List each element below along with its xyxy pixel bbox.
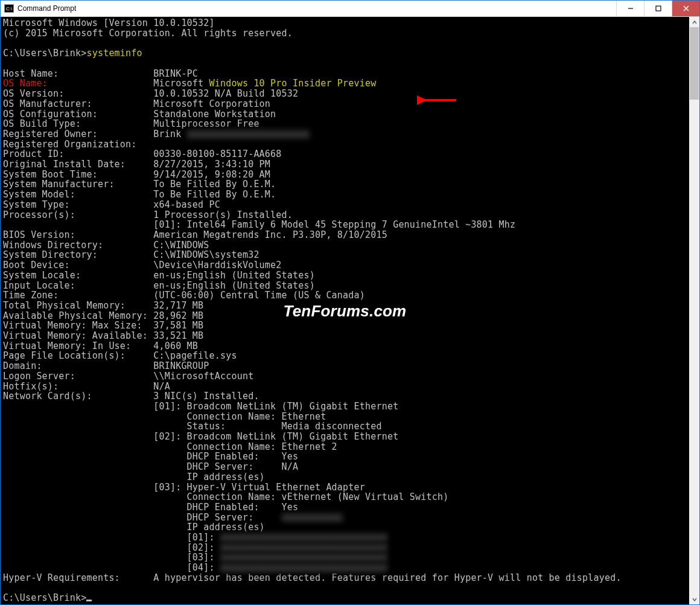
close-button[interactable] [672,1,699,16]
maximize-button[interactable] [644,1,672,16]
window-title: Command Prompt [18,4,76,13]
title-left: C:\ Command Prompt [1,4,76,13]
minimize-button[interactable] [616,1,644,16]
window-controls [616,1,699,16]
scrollbar[interactable] [689,17,699,604]
highlight-arrow-icon [417,94,459,106]
watermark: TenForums.com [284,306,407,316]
cmd-icon: C:\ [4,4,14,13]
title-bar[interactable]: C:\ Command Prompt [1,1,699,17]
svg-rect-1 [656,6,661,11]
scroll-down-button[interactable] [689,594,699,604]
scroll-track[interactable] [689,27,699,594]
command-prompt-window: C:\ Command Prompt Microsoft Windows [Ve… [0,0,700,605]
client-area: Microsoft Windows [Version 10.0.10532] (… [1,17,699,604]
scroll-up-button[interactable] [689,17,699,27]
scroll-thumb[interactable] [690,27,699,100]
terminal-output[interactable]: Microsoft Windows [Version 10.0.10532] (… [1,17,689,604]
